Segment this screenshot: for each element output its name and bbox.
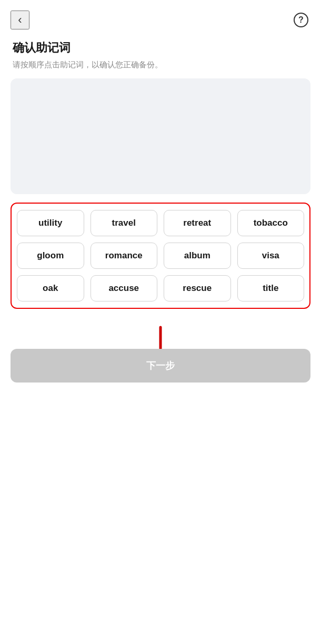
word-chip-title[interactable]: title xyxy=(237,275,305,301)
word-chip-retreat[interactable]: retreat xyxy=(164,210,231,236)
help-button[interactable]: ? xyxy=(292,11,310,29)
word-chip-utility[interactable]: utility xyxy=(17,210,84,236)
help-circle-icon: ? xyxy=(294,13,308,27)
word-chip-gloom[interactable]: gloom xyxy=(17,243,84,269)
title-section: 确认助记词 请按顺序点击助记词，以确认您正确备份。 xyxy=(0,35,321,78)
page-title: 确认助记词 xyxy=(13,40,308,56)
mnemonic-display-area xyxy=(11,78,310,194)
word-grid-container: utilitytravelretreattobaccogloomromancea… xyxy=(11,203,310,309)
next-button[interactable]: 下一步 xyxy=(11,349,310,383)
word-grid: utilitytravelretreattobaccogloomromancea… xyxy=(17,210,304,301)
back-arrow-icon: ‹ xyxy=(18,13,22,27)
word-chip-album[interactable]: album xyxy=(164,243,231,269)
word-chip-romance[interactable]: romance xyxy=(91,243,158,269)
word-chip-rescue[interactable]: rescue xyxy=(164,275,231,301)
bottom-section: 下一步 xyxy=(0,325,321,393)
word-chip-tobacco[interactable]: tobacco xyxy=(237,210,305,236)
word-chip-accuse[interactable]: accuse xyxy=(91,275,158,301)
word-chip-visa[interactable]: visa xyxy=(237,243,305,269)
word-chip-travel[interactable]: travel xyxy=(91,210,158,236)
word-chip-oak[interactable]: oak xyxy=(17,275,84,301)
back-button[interactable]: ‹ xyxy=(11,11,29,29)
page-subtitle: 请按顺序点击助记词，以确认您正确备份。 xyxy=(13,60,308,70)
